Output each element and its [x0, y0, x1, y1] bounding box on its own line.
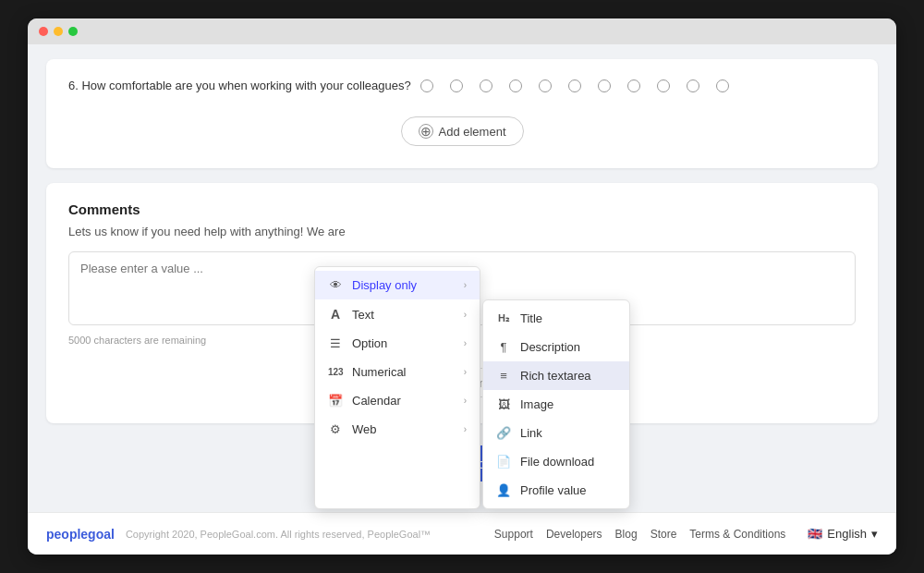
submenu-item-rich-textarea[interactable]: ≡ Rich textarea: [483, 361, 629, 390]
menu-item-web[interactable]: ⚙ Web ›: [315, 415, 480, 444]
submenu-item-link[interactable]: 🔗 Link: [483, 419, 629, 447]
titlebar: [28, 18, 896, 44]
h2-icon: H₂: [496, 312, 511, 324]
submenu-item-file-download[interactable]: 📄 File download: [483, 447, 629, 476]
submenu-item-description[interactable]: ¶ Description: [483, 333, 629, 361]
submenu-dropdown: H₂ Title ¶ Description ≡ Rich textarea 🖼…: [482, 299, 630, 509]
maximize-dot[interactable]: [68, 27, 78, 36]
submenu-item-image[interactable]: 🖼 Image: [483, 390, 629, 419]
paragraph-icon: ¶: [496, 340, 511, 354]
submenu-item-title[interactable]: H₂ Title: [483, 304, 629, 333]
radio-option[interactable]: [480, 79, 492, 92]
footer-link-blog[interactable]: Blog: [615, 528, 638, 541]
dropdown-container: 👁 Display only › A Text › ☰ Option › 123…: [314, 266, 630, 509]
chevron-right-icon: ›: [464, 310, 467, 320]
text-icon: A: [328, 307, 343, 322]
globe-icon: ⚙: [328, 422, 343, 436]
numerical-icon: 123: [328, 367, 343, 377]
footer-links: Support Developers Blog Store Terms & Co…: [494, 527, 878, 541]
minimize-dot[interactable]: [54, 27, 63, 36]
logo: peoplegoal: [46, 527, 115, 542]
radio-group: [420, 79, 729, 92]
browser-window: 6. How comfortable are you when working …: [28, 18, 896, 555]
footer-link-support[interactable]: Support: [494, 528, 533, 541]
rich-text-icon: ≡: [496, 369, 511, 383]
chevron-right-icon: ›: [464, 367, 467, 377]
plus-circle-icon: ⊕: [419, 124, 433, 139]
menu-item-text[interactable]: A Text ›: [315, 299, 480, 329]
radio-option[interactable]: [716, 79, 729, 92]
close-dot[interactable]: [39, 27, 48, 36]
menu-item-display-only[interactable]: 👁 Display only ›: [315, 271, 480, 299]
content-area: 6. How comfortable are you when working …: [28, 44, 896, 555]
radio-option[interactable]: [657, 79, 670, 92]
radio-option[interactable]: [450, 79, 463, 92]
add-element-button[interactable]: ⊕ Add element: [401, 116, 524, 146]
section-title: Comments: [68, 201, 856, 217]
radio-option[interactable]: [568, 79, 581, 92]
file-download-icon: 📄: [496, 455, 511, 469]
menu-item-option[interactable]: ☰ Option ›: [315, 329, 480, 358]
image-icon: 🖼: [496, 397, 511, 411]
footer-copyright: Copyright 2020, PeopleGoal.com. All righ…: [126, 529, 431, 540]
chevron-right-icon: ›: [464, 396, 467, 406]
profile-icon: 👤: [496, 483, 511, 497]
radio-option[interactable]: [627, 79, 640, 92]
question-text: 6. How comfortable are you when working …: [68, 78, 411, 94]
radio-option[interactable]: [687, 79, 699, 92]
language-selector[interactable]: 🇬🇧 English ▾: [808, 527, 878, 541]
footer: peoplegoal Copyright 2020, PeopleGoal.co…: [28, 512, 896, 555]
section-description: Lets us know if you need help with anyth…: [68, 225, 856, 238]
question-card: 6. How comfortable are you when working …: [46, 59, 878, 168]
radio-option[interactable]: [539, 79, 552, 92]
footer-link-store[interactable]: Store: [650, 528, 677, 541]
radio-option[interactable]: [420, 79, 433, 92]
menu-item-calendar[interactable]: 📅 Calendar ›: [315, 386, 480, 415]
primary-dropdown-menu: 👁 Display only › A Text › ☰ Option › 123…: [314, 266, 480, 509]
submenu-item-profile-value[interactable]: 👤 Profile value: [483, 476, 629, 505]
calendar-icon: 📅: [328, 394, 343, 408]
radio-option[interactable]: [598, 79, 611, 92]
eye-icon: 👁: [328, 278, 343, 292]
option-icon: ☰: [328, 336, 343, 350]
link-icon: 🔗: [496, 426, 511, 440]
chevron-right-icon: ›: [464, 338, 467, 348]
radio-option[interactable]: [509, 79, 522, 92]
chevron-right-icon: ›: [464, 280, 467, 290]
chevron-right-icon: ›: [464, 424, 467, 434]
footer-link-terms[interactable]: Terms & Conditions: [689, 528, 785, 541]
chevron-down-icon: ▾: [871, 527, 878, 541]
question-row: 6. How comfortable are you when working …: [68, 78, 856, 94]
flag-uk-icon: 🇬🇧: [808, 527, 822, 541]
footer-link-developers[interactable]: Developers: [546, 528, 602, 541]
menu-item-numerical[interactable]: 123 Numerical ›: [315, 358, 480, 386]
